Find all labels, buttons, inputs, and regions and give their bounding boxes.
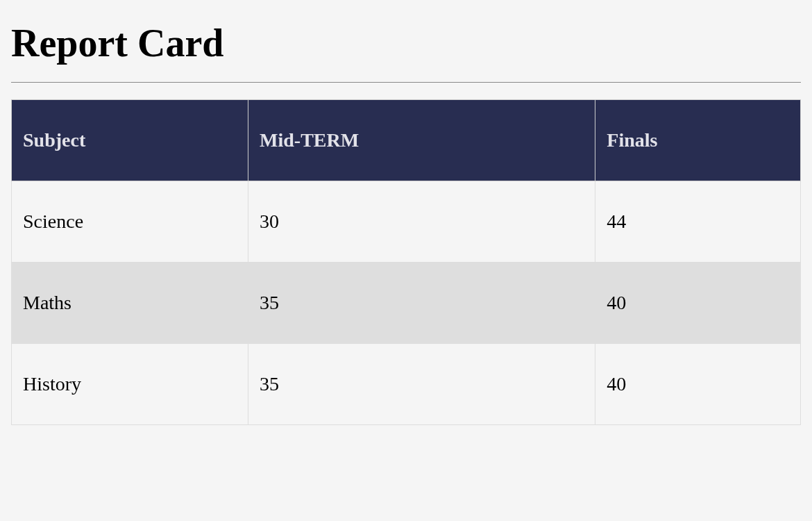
cell-finals: 40 <box>595 344 801 425</box>
cell-finals: 40 <box>595 263 801 344</box>
cell-subject: Science <box>12 181 248 263</box>
report-card-table: Subject Mid-TERM Finals Science 30 44 Ma… <box>11 99 801 425</box>
table-row: Science 30 44 <box>12 181 801 263</box>
divider <box>11 82 801 83</box>
cell-midterm: 35 <box>248 344 595 425</box>
page-title: Report Card <box>11 21 801 65</box>
cell-finals: 44 <box>595 181 801 263</box>
table-row: History 35 40 <box>12 344 801 425</box>
header-subject: Subject <box>12 100 248 181</box>
cell-midterm: 35 <box>248 263 595 344</box>
table-header-row: Subject Mid-TERM Finals <box>12 100 801 181</box>
header-finals: Finals <box>595 100 801 181</box>
cell-midterm: 30 <box>248 181 595 263</box>
cell-subject: History <box>12 344 248 425</box>
header-midterm: Mid-TERM <box>248 100 595 181</box>
cell-subject: Maths <box>12 263 248 344</box>
table-row: Maths 35 40 <box>12 263 801 344</box>
